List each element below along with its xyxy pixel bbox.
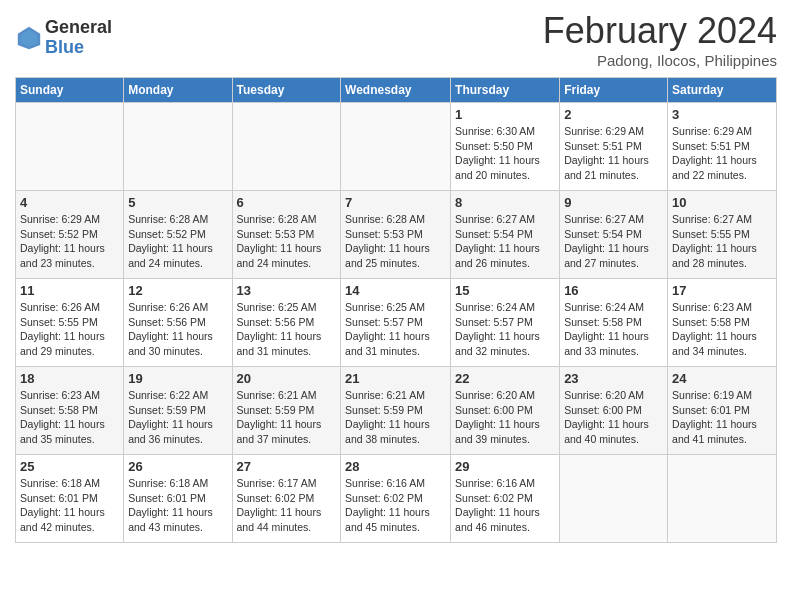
day-info: Sunrise: 6:29 AM Sunset: 5:52 PM Dayligh…	[20, 212, 119, 271]
day-info: Sunrise: 6:30 AM Sunset: 5:50 PM Dayligh…	[455, 124, 555, 183]
calendar-body: 1Sunrise: 6:30 AM Sunset: 5:50 PM Daylig…	[16, 103, 777, 543]
day-number: 4	[20, 195, 119, 210]
day-number: 12	[128, 283, 227, 298]
calendar-cell: 12Sunrise: 6:26 AM Sunset: 5:56 PM Dayli…	[124, 279, 232, 367]
day-info: Sunrise: 6:17 AM Sunset: 6:02 PM Dayligh…	[237, 476, 337, 535]
weekday-header-thursday: Thursday	[451, 78, 560, 103]
calendar-cell: 11Sunrise: 6:26 AM Sunset: 5:55 PM Dayli…	[16, 279, 124, 367]
calendar-cell: 21Sunrise: 6:21 AM Sunset: 5:59 PM Dayli…	[341, 367, 451, 455]
calendar-cell: 5Sunrise: 6:28 AM Sunset: 5:52 PM Daylig…	[124, 191, 232, 279]
day-number: 9	[564, 195, 663, 210]
calendar-header: SundayMondayTuesdayWednesdayThursdayFrid…	[16, 78, 777, 103]
calendar-cell: 18Sunrise: 6:23 AM Sunset: 5:58 PM Dayli…	[16, 367, 124, 455]
day-info: Sunrise: 6:16 AM Sunset: 6:02 PM Dayligh…	[455, 476, 555, 535]
day-info: Sunrise: 6:18 AM Sunset: 6:01 PM Dayligh…	[128, 476, 227, 535]
logo: General Blue	[15, 18, 112, 58]
day-number: 11	[20, 283, 119, 298]
day-number: 19	[128, 371, 227, 386]
weekday-header-monday: Monday	[124, 78, 232, 103]
day-info: Sunrise: 6:26 AM Sunset: 5:56 PM Dayligh…	[128, 300, 227, 359]
day-number: 1	[455, 107, 555, 122]
title-area: February 2024 Padong, Ilocos, Philippine…	[543, 10, 777, 69]
calendar-cell: 15Sunrise: 6:24 AM Sunset: 5:57 PM Dayli…	[451, 279, 560, 367]
day-info: Sunrise: 6:27 AM Sunset: 5:54 PM Dayligh…	[455, 212, 555, 271]
day-info: Sunrise: 6:26 AM Sunset: 5:55 PM Dayligh…	[20, 300, 119, 359]
day-info: Sunrise: 6:28 AM Sunset: 5:52 PM Dayligh…	[128, 212, 227, 271]
day-info: Sunrise: 6:18 AM Sunset: 6:01 PM Dayligh…	[20, 476, 119, 535]
calendar-cell: 9Sunrise: 6:27 AM Sunset: 5:54 PM Daylig…	[560, 191, 668, 279]
day-number: 17	[672, 283, 772, 298]
day-number: 29	[455, 459, 555, 474]
logo-icon	[15, 24, 43, 52]
calendar-week-row: 18Sunrise: 6:23 AM Sunset: 5:58 PM Dayli…	[16, 367, 777, 455]
weekday-header-tuesday: Tuesday	[232, 78, 341, 103]
logo-text: General Blue	[45, 18, 112, 58]
day-info: Sunrise: 6:21 AM Sunset: 5:59 PM Dayligh…	[345, 388, 446, 447]
day-number: 14	[345, 283, 446, 298]
calendar-cell	[124, 103, 232, 191]
calendar-cell: 28Sunrise: 6:16 AM Sunset: 6:02 PM Dayli…	[341, 455, 451, 543]
day-info: Sunrise: 6:28 AM Sunset: 5:53 PM Dayligh…	[237, 212, 337, 271]
day-number: 20	[237, 371, 337, 386]
calendar-cell	[668, 455, 777, 543]
logo-blue: Blue	[45, 38, 112, 58]
calendar-cell: 2Sunrise: 6:29 AM Sunset: 5:51 PM Daylig…	[560, 103, 668, 191]
day-number: 3	[672, 107, 772, 122]
day-info: Sunrise: 6:29 AM Sunset: 5:51 PM Dayligh…	[564, 124, 663, 183]
day-number: 15	[455, 283, 555, 298]
calendar-cell: 26Sunrise: 6:18 AM Sunset: 6:01 PM Dayli…	[124, 455, 232, 543]
calendar-cell: 27Sunrise: 6:17 AM Sunset: 6:02 PM Dayli…	[232, 455, 341, 543]
calendar-cell: 20Sunrise: 6:21 AM Sunset: 5:59 PM Dayli…	[232, 367, 341, 455]
day-number: 13	[237, 283, 337, 298]
day-number: 5	[128, 195, 227, 210]
calendar-cell: 14Sunrise: 6:25 AM Sunset: 5:57 PM Dayli…	[341, 279, 451, 367]
day-info: Sunrise: 6:29 AM Sunset: 5:51 PM Dayligh…	[672, 124, 772, 183]
page-header: General Blue February 2024 Padong, Iloco…	[15, 10, 777, 69]
day-info: Sunrise: 6:16 AM Sunset: 6:02 PM Dayligh…	[345, 476, 446, 535]
day-info: Sunrise: 6:27 AM Sunset: 5:55 PM Dayligh…	[672, 212, 772, 271]
day-number: 28	[345, 459, 446, 474]
weekday-header-wednesday: Wednesday	[341, 78, 451, 103]
calendar-cell	[16, 103, 124, 191]
day-info: Sunrise: 6:25 AM Sunset: 5:57 PM Dayligh…	[345, 300, 446, 359]
day-number: 6	[237, 195, 337, 210]
day-number: 10	[672, 195, 772, 210]
calendar-week-row: 11Sunrise: 6:26 AM Sunset: 5:55 PM Dayli…	[16, 279, 777, 367]
day-number: 7	[345, 195, 446, 210]
calendar-cell: 6Sunrise: 6:28 AM Sunset: 5:53 PM Daylig…	[232, 191, 341, 279]
day-info: Sunrise: 6:27 AM Sunset: 5:54 PM Dayligh…	[564, 212, 663, 271]
day-info: Sunrise: 6:22 AM Sunset: 5:59 PM Dayligh…	[128, 388, 227, 447]
day-info: Sunrise: 6:20 AM Sunset: 6:00 PM Dayligh…	[564, 388, 663, 447]
calendar-table: SundayMondayTuesdayWednesdayThursdayFrid…	[15, 77, 777, 543]
calendar-cell: 23Sunrise: 6:20 AM Sunset: 6:00 PM Dayli…	[560, 367, 668, 455]
day-number: 26	[128, 459, 227, 474]
calendar-cell: 8Sunrise: 6:27 AM Sunset: 5:54 PM Daylig…	[451, 191, 560, 279]
calendar-week-row: 25Sunrise: 6:18 AM Sunset: 6:01 PM Dayli…	[16, 455, 777, 543]
calendar-week-row: 1Sunrise: 6:30 AM Sunset: 5:50 PM Daylig…	[16, 103, 777, 191]
day-info: Sunrise: 6:19 AM Sunset: 6:01 PM Dayligh…	[672, 388, 772, 447]
day-number: 25	[20, 459, 119, 474]
day-number: 21	[345, 371, 446, 386]
day-number: 2	[564, 107, 663, 122]
day-info: Sunrise: 6:23 AM Sunset: 5:58 PM Dayligh…	[672, 300, 772, 359]
day-number: 16	[564, 283, 663, 298]
calendar-cell: 25Sunrise: 6:18 AM Sunset: 6:01 PM Dayli…	[16, 455, 124, 543]
location-subtitle: Padong, Ilocos, Philippines	[543, 52, 777, 69]
weekday-header-sunday: Sunday	[16, 78, 124, 103]
weekday-header-saturday: Saturday	[668, 78, 777, 103]
month-title: February 2024	[543, 10, 777, 52]
day-number: 22	[455, 371, 555, 386]
calendar-cell: 3Sunrise: 6:29 AM Sunset: 5:51 PM Daylig…	[668, 103, 777, 191]
day-info: Sunrise: 6:25 AM Sunset: 5:56 PM Dayligh…	[237, 300, 337, 359]
calendar-cell	[341, 103, 451, 191]
day-number: 8	[455, 195, 555, 210]
calendar-cell	[560, 455, 668, 543]
day-info: Sunrise: 6:21 AM Sunset: 5:59 PM Dayligh…	[237, 388, 337, 447]
calendar-cell: 1Sunrise: 6:30 AM Sunset: 5:50 PM Daylig…	[451, 103, 560, 191]
day-number: 18	[20, 371, 119, 386]
calendar-cell: 19Sunrise: 6:22 AM Sunset: 5:59 PM Dayli…	[124, 367, 232, 455]
day-info: Sunrise: 6:23 AM Sunset: 5:58 PM Dayligh…	[20, 388, 119, 447]
day-number: 27	[237, 459, 337, 474]
calendar-cell: 7Sunrise: 6:28 AM Sunset: 5:53 PM Daylig…	[341, 191, 451, 279]
weekday-header-row: SundayMondayTuesdayWednesdayThursdayFrid…	[16, 78, 777, 103]
